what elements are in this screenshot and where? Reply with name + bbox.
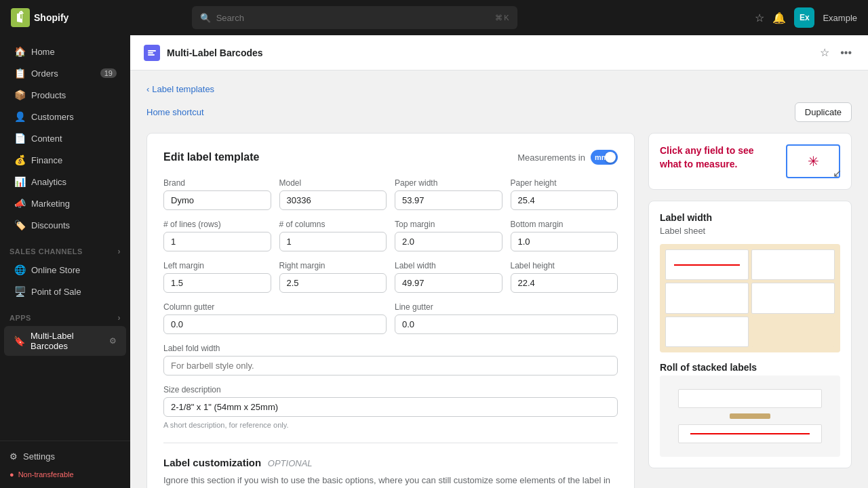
sidebar-item-label: Marketing	[31, 199, 70, 209]
circle-icon: ●	[9, 470, 14, 479]
search-input[interactable]	[216, 13, 490, 23]
search-bar[interactable]: 🔍 ⌘ K	[192, 6, 517, 29]
sidebar-item-online-store[interactable]: 🌐 Online Store	[4, 260, 126, 280]
more-options-icon[interactable]: •••	[837, 44, 854, 62]
sidebar-item-label: Content	[31, 134, 62, 144]
app-header-right: ☆ •••	[817, 43, 854, 62]
svg-rect-1	[148, 50, 156, 52]
right-margin-input[interactable]	[279, 273, 387, 293]
avatar[interactable]: Ex	[794, 7, 814, 28]
line-gutter-input[interactable]	[395, 314, 618, 334]
shopify-logo[interactable]: Shopify	[11, 8, 68, 27]
brand-field-group: Brand	[163, 178, 271, 210]
paper-height-input[interactable]	[511, 190, 618, 210]
sidebar-item-orders[interactable]: 📋 Orders 19	[4, 63, 126, 83]
label-cell-3	[665, 283, 749, 313]
bottom-margin-label: Bottom margin	[511, 220, 618, 229]
line-gutter-field-group: Line gutter	[395, 302, 618, 334]
sidebar-item-content[interactable]: 📄 Content	[4, 128, 126, 148]
top-margin-input[interactable]	[395, 232, 502, 251]
top-margin-label: Top margin	[395, 220, 502, 229]
model-input[interactable]	[279, 190, 387, 210]
sidebar-item-multi-label[interactable]: 🔖 Multi-Label Barcodes ⚙	[4, 326, 126, 356]
orders-badge: 19	[100, 68, 117, 78]
non-transferable-badge: ● Non-transferable	[0, 466, 130, 483]
rows-label: # of lines (rows)	[163, 220, 271, 229]
products-icon: 📦	[14, 89, 26, 100]
sidebar-item-label: Products	[31, 90, 66, 100]
svg-rect-3	[148, 54, 155, 56]
columns-input[interactable]	[279, 232, 387, 251]
analytics-icon: 📊	[14, 176, 26, 187]
user-name[interactable]: Example	[823, 13, 857, 23]
sidebar-item-label: Discounts	[31, 220, 70, 230]
click-hint-card: Click any field to see what to measure. …	[648, 133, 852, 190]
finance-icon: 💰	[14, 155, 26, 165]
marketing-icon: 📣	[14, 198, 26, 209]
sidebar-item-finance[interactable]: 💰 Finance	[4, 150, 126, 170]
size-desc-input[interactable]	[163, 397, 618, 417]
sidebar-item-settings[interactable]: ⚙ Settings	[0, 447, 130, 466]
brand-input[interactable]	[163, 190, 271, 210]
app-logo	[144, 45, 160, 61]
paper-width-input[interactable]	[395, 190, 502, 210]
star-app-icon[interactable]: ☆	[817, 43, 832, 62]
label-height-input[interactable]	[511, 273, 618, 293]
top-navigation: Shopify 🔍 ⌘ K ☆ 🔔 Ex Example	[0, 0, 868, 35]
app-layout: 🏠 Home 📋 Orders 19 📦 Products 👤 Customer…	[0, 35, 868, 488]
label-sheet-preview	[660, 244, 840, 352]
unit-toggle[interactable]: mm	[591, 150, 618, 165]
sidebar-item-label: Multi-Label Barcodes	[31, 331, 104, 351]
sidebar-item-pos[interactable]: 🖥️ Point of Sale	[4, 281, 126, 302]
sales-channels-section: Sales channels ›	[0, 236, 130, 259]
paper-height-label: Paper height	[511, 178, 618, 188]
duplicate-button[interactable]: Duplicate	[795, 102, 852, 122]
label-fold-input[interactable]	[163, 356, 618, 375]
star-burst-icon: ✳	[808, 153, 819, 169]
app-settings-icon[interactable]: ⚙	[109, 336, 117, 346]
sidebar-item-customers[interactable]: 👤 Customers	[4, 106, 126, 127]
column-gutter-input[interactable]	[163, 314, 387, 334]
sidebar-item-discounts[interactable]: 🏷️ Discounts	[4, 215, 126, 235]
left-margin-input[interactable]	[163, 273, 271, 293]
label-width-input[interactable]	[395, 273, 502, 293]
edit-card-title: Edit label template	[163, 151, 259, 163]
home-shortcut-link[interactable]: Home shortcut	[146, 107, 204, 117]
sales-channels-expand[interactable]: ›	[118, 247, 121, 256]
sidebar-item-analytics[interactable]: 📊 Analytics	[4, 171, 126, 192]
size-desc-hint: A short description, for reference only.	[163, 421, 618, 429]
paper-width-label: Paper width	[395, 178, 502, 188]
sidebar-item-label: Analytics	[31, 177, 66, 187]
notification-icon[interactable]: 🔔	[772, 12, 786, 24]
breadcrumb[interactable]: ‹ Label templates	[146, 84, 852, 94]
cursor-icon: ↙	[833, 167, 842, 180]
breadcrumb-label: Label templates	[152, 84, 214, 94]
breadcrumb-arrow: ‹	[146, 84, 149, 94]
sidebar-item-label: Customers	[31, 112, 74, 122]
label-cell-6	[751, 317, 835, 347]
content-grid: Edit label template Measurements in mm	[146, 133, 852, 488]
sidebar-item-label: Orders	[31, 68, 58, 79]
rows-input[interactable]	[163, 232, 271, 251]
measurements-label: Measurements in mm	[517, 150, 618, 165]
size-desc-label: Size description	[163, 385, 618, 394]
label-height-field-group: Label height	[511, 261, 618, 293]
label-preview-card: Label width Label sheet Roll of	[648, 201, 852, 468]
rows-field-group: # of lines (rows)	[163, 220, 271, 251]
star-icon[interactable]: ☆	[755, 12, 764, 24]
bottom-margin-input[interactable]	[511, 232, 618, 251]
label-cell-4	[751, 283, 835, 313]
line-gutter-label: Line gutter	[395, 302, 618, 312]
columns-field-group: # of columns	[279, 220, 387, 251]
apps-expand[interactable]: ›	[118, 313, 121, 323]
sidebar-item-products[interactable]: 📦 Products	[4, 85, 126, 105]
label-fold-label: Label fold width	[163, 344, 618, 353]
sidebar-item-home[interactable]: 🏠 Home	[4, 41, 126, 62]
label-width-field-group: Label width	[395, 261, 502, 293]
sidebar-item-marketing[interactable]: 📣 Marketing	[4, 193, 126, 214]
search-icon: 🔍	[200, 13, 211, 23]
column-gutter-label: Column gutter	[163, 302, 387, 312]
edit-card: Edit label template Measurements in mm	[146, 133, 635, 488]
multi-label-icon: 🔖	[14, 336, 25, 346]
customization-title: Label customization	[163, 457, 261, 468]
